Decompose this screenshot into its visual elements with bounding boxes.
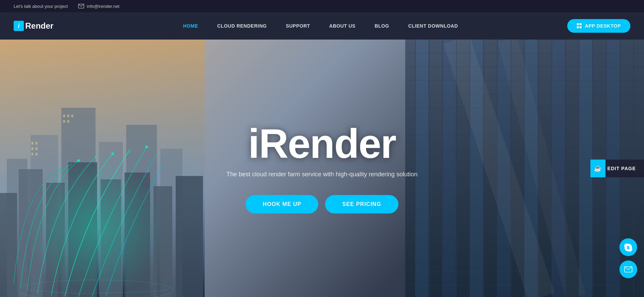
skype-icon — [624, 243, 633, 252]
tagline: Let's talk about your project — [14, 4, 68, 9]
svg-rect-26 — [67, 120, 69, 123]
nav-client-download[interactable]: CLIENT DOWNLOAD — [399, 12, 468, 40]
navbar: i Render HOME CLOUD RENDERING SUPPORT AB… — [0, 12, 644, 40]
svg-rect-24 — [71, 115, 73, 117]
svg-point-75 — [111, 152, 114, 155]
top-bar: Let's talk about your project info@irend… — [0, 0, 644, 12]
nav-links: HOME CLOUD RENDERING SUPPORT ABOUT US BL… — [74, 12, 567, 40]
hook-me-up-button[interactable]: HOOK ME UP — [246, 195, 318, 213]
network-globe — [10, 127, 181, 297]
nav-home[interactable]: HOME — [174, 12, 208, 40]
email-fab-button[interactable] — [619, 261, 637, 278]
svg-point-76 — [129, 149, 131, 151]
svg-rect-25 — [63, 120, 65, 123]
edit-page-button[interactable]: ☕ EDIT PAGE — [590, 160, 644, 177]
email-contact[interactable]: info@irender.net — [78, 4, 120, 9]
coffee-icon: ☕ — [590, 160, 605, 177]
hero-title: iRender — [226, 123, 418, 164]
hero-content: iRender The best cloud render farm servi… — [226, 123, 418, 213]
nav-about-us[interactable]: ABOUT US — [320, 12, 365, 40]
logo-text: Render — [25, 21, 54, 31]
svg-rect-23 — [67, 115, 69, 117]
nav-cloud-rendering[interactable]: CLOUD RENDERING — [208, 12, 276, 40]
skype-fab-button[interactable] — [619, 238, 637, 256]
svg-rect-22 — [63, 115, 65, 117]
logo-icon: i — [14, 21, 24, 31]
hero-buttons: HOOK ME UP SEE PRICING — [226, 195, 418, 213]
svg-point-73 — [77, 159, 80, 162]
hero-section: iRender The best cloud render farm servi… — [0, 40, 644, 297]
svg-point-74 — [94, 156, 97, 158]
email-address: info@irender.net — [87, 4, 120, 9]
windows-icon — [577, 23, 582, 29]
svg-rect-64 — [443, 40, 456, 297]
tagline-text: Let's talk about your project — [14, 4, 68, 9]
nav-support[interactable]: SUPPORT — [276, 12, 320, 40]
nav-blog[interactable]: BLOG — [365, 12, 398, 40]
hero-subtitle: The best cloud render farm service with … — [226, 171, 418, 178]
see-pricing-button[interactable]: SEE PRICING — [325, 195, 398, 213]
svg-point-77 — [145, 146, 148, 148]
app-desktop-button[interactable]: APP DESKTOP — [567, 19, 630, 33]
svg-point-79 — [27, 161, 164, 297]
email-icon — [78, 4, 84, 9]
logo[interactable]: i Render — [14, 21, 54, 31]
email-fab-icon — [624, 266, 632, 272]
